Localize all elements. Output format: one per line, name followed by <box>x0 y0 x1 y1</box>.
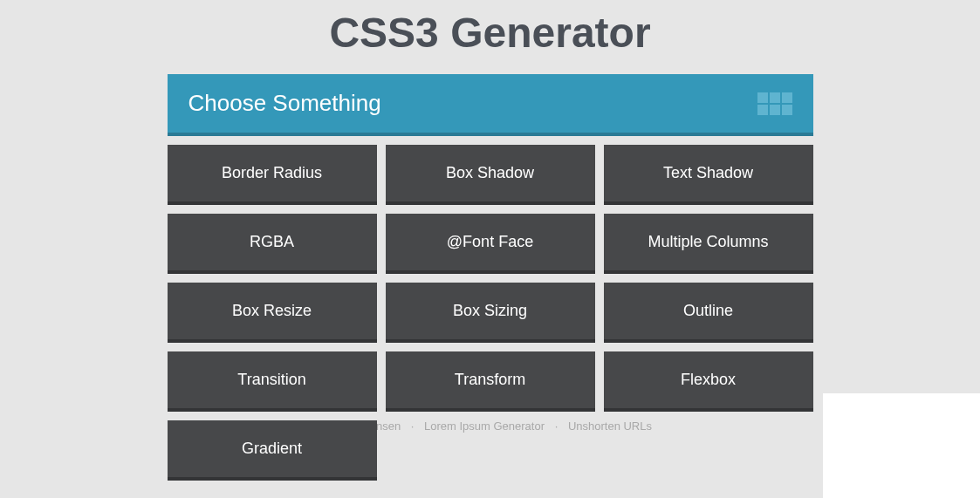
option-box-sizing[interactable]: Box Sizing <box>386 283 595 343</box>
page-title: CSS3 Generator <box>0 0 980 74</box>
options-grid: Border Radius Box Shadow Text Shadow RGB… <box>168 145 813 481</box>
option-flexbox[interactable]: Flexbox <box>604 351 813 412</box>
main-container: Choose Something Border Radius Box Shado… <box>168 74 813 481</box>
option-border-radius[interactable]: Border Radius <box>168 145 377 205</box>
option-rgba[interactable]: RGBA <box>168 214 377 274</box>
option-outline[interactable]: Outline <box>604 283 813 343</box>
grid-icon <box>757 92 792 115</box>
dropdown-header[interactable]: Choose Something <box>168 74 813 136</box>
dropdown-label: Choose Something <box>188 90 381 117</box>
option-multiple-columns[interactable]: Multiple Columns <box>604 214 813 274</box>
option-box-shadow[interactable]: Box Shadow <box>386 145 595 205</box>
option-box-resize[interactable]: Box Resize <box>168 283 377 343</box>
option-transform[interactable]: Transform <box>386 351 595 412</box>
option-text-shadow[interactable]: Text Shadow <box>604 145 813 205</box>
overlay-block <box>823 393 980 498</box>
option-font-face[interactable]: @Font Face <box>386 214 595 274</box>
option-transition[interactable]: Transition <box>168 351 377 412</box>
option-gradient[interactable]: Gradient <box>168 420 377 481</box>
